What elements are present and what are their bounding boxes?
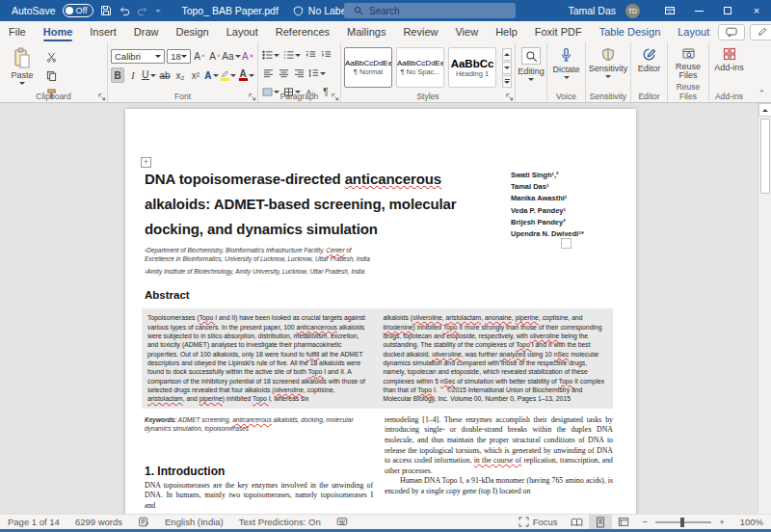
- styles-more-icon[interactable]: [502, 75, 512, 88]
- tab-design[interactable]: Design: [167, 21, 217, 42]
- font-size-select[interactable]: 18: [167, 49, 191, 64]
- tab-view[interactable]: View: [446, 21, 487, 42]
- decrease-indent-button[interactable]: [304, 47, 317, 63]
- shrink-font-button[interactable]: A˅: [208, 48, 222, 64]
- affiliations[interactable]: ¹Department of Biochemistry, Bioinformat…: [145, 247, 374, 276]
- scrollbar-thumb[interactable]: [760, 119, 770, 194]
- read-mode-button[interactable]: [566, 515, 589, 530]
- abstract-heading[interactable]: Abstract: [145, 289, 613, 301]
- autosave-toggle[interactable]: Off: [63, 4, 94, 17]
- style-card-no-spacing[interactable]: AaBbCcDdEe ¶ No Spac...: [396, 47, 444, 88]
- focus-button[interactable]: Focus: [511, 517, 566, 527]
- paragraph-dialog-launcher-icon[interactable]: [331, 93, 339, 101]
- line-spacing-button[interactable]: [307, 66, 327, 81]
- increase-indent-button[interactable]: [319, 47, 332, 63]
- sensitivity-label[interactable]: No Label: [308, 5, 349, 16]
- user-name[interactable]: Tamal Das: [568, 5, 616, 16]
- align-left-button[interactable]: [261, 66, 275, 81]
- author[interactable]: Tamal Das¹: [511, 181, 626, 193]
- font-name-select[interactable]: Calibri: [111, 49, 165, 64]
- editing-mode-button[interactable]: Editing: [750, 24, 771, 40]
- align-right-button[interactable]: [292, 66, 306, 81]
- zoom-slider-thumb[interactable]: [680, 518, 684, 527]
- abstract-block[interactable]: Topoisomerases (Topo I and II) have been…: [142, 308, 613, 408]
- cut-button[interactable]: [44, 49, 58, 65]
- zoom-level[interactable]: 100%: [732, 517, 771, 527]
- style-card-normal[interactable]: AaBbCcDdEe ¶ Normal: [344, 47, 392, 88]
- numbering-button[interactable]: [282, 47, 302, 63]
- tab-layout-contextual[interactable]: Layout: [669, 21, 718, 42]
- affiliation-1[interactable]: ¹Department of Biochemistry, Bioinformat…: [145, 247, 374, 264]
- text-predictions-status[interactable]: Text Predictions: On: [231, 517, 329, 527]
- tab-layout[interactable]: Layout: [218, 21, 267, 42]
- accessibility-icon[interactable]: [329, 517, 356, 527]
- grow-font-button[interactable]: A˄: [193, 48, 206, 64]
- tab-foxit-pdf[interactable]: Foxit PDF: [526, 21, 591, 42]
- underline-button[interactable]: U: [142, 67, 156, 83]
- keywords[interactable]: Keywords: ADMET screening, anticancerous…: [145, 415, 373, 433]
- addins-button[interactable]: Add-ins: [709, 42, 749, 91]
- tab-draw[interactable]: Draw: [125, 21, 168, 42]
- document-title[interactable]: Topo_ BAB Paper.pdf: [181, 5, 278, 16]
- close-button[interactable]: ×: [742, 0, 771, 21]
- italic-button[interactable]: I: [126, 67, 140, 83]
- tab-mailings[interactable]: Mailings: [338, 21, 394, 42]
- proofing-icon[interactable]: [130, 517, 157, 527]
- comments-button[interactable]: [718, 24, 745, 40]
- author-list[interactable]: Swati Singh¹,² Tamal Das¹ Manika Awasthi…: [511, 170, 626, 240]
- content-control-checkbox[interactable]: [561, 238, 572, 249]
- styles-scroll-up-icon[interactable]: [502, 48, 512, 61]
- style-card-heading1[interactable]: AaBbCc Heading 1: [448, 47, 496, 88]
- tab-review[interactable]: Review: [394, 21, 446, 42]
- styles-dialog-launcher-icon[interactable]: [505, 93, 514, 101]
- introduction-paragraph-2[interactable]: remodeling [1–4]. These enzymes accompli…: [385, 415, 613, 477]
- introduction-heading[interactable]: 1. Introduction: [145, 465, 373, 478]
- abstract-column-1[interactable]: Topoisomerases (Topo I and II) have been…: [147, 313, 372, 403]
- copy-button[interactable]: [44, 67, 58, 83]
- author[interactable]: Manika Awasthi¹: [511, 193, 626, 204]
- page-number-status[interactable]: Page 1 of 14: [0, 517, 67, 527]
- user-avatar[interactable]: TD: [625, 4, 640, 18]
- introduction-paragraph-3[interactable]: Human DNA Topo I, a 91-kDa monomer (havi…: [385, 476, 613, 496]
- search-box[interactable]: [344, 3, 516, 18]
- affiliation-2[interactable]: ²Amity Institute of Biotechnology, Amity…: [145, 268, 374, 277]
- editing-button[interactable]: Editing: [516, 42, 546, 91]
- editor-button[interactable]: Editor: [631, 42, 667, 91]
- bold-button[interactable]: B: [111, 67, 124, 83]
- tab-help[interactable]: Help: [487, 21, 526, 42]
- vertical-scrollbar[interactable]: [758, 103, 771, 514]
- undo-icon[interactable]: [119, 5, 130, 16]
- minimize-button[interactable]: [684, 0, 713, 21]
- introduction-paragraph-1[interactable]: DNA topoisomerases are the key enzymes i…: [145, 481, 373, 512]
- bullets-button[interactable]: [261, 47, 280, 63]
- search-input[interactable]: [369, 6, 494, 16]
- maximize-button[interactable]: [713, 0, 742, 21]
- font-dialog-launcher-icon[interactable]: [248, 93, 256, 101]
- clipboard-dialog-launcher-icon[interactable]: [97, 93, 106, 101]
- styles-scroll-down-icon[interactable]: [502, 62, 512, 74]
- text-effects-button[interactable]: A: [204, 67, 219, 83]
- scrollbar-up-icon[interactable]: [758, 103, 771, 117]
- tab-home[interactable]: Home: [35, 21, 82, 42]
- language-status[interactable]: English (India): [157, 517, 231, 527]
- align-center-button[interactable]: [277, 66, 290, 81]
- word-count-status[interactable]: 6299 words: [67, 517, 130, 527]
- quick-access-chevron-icon[interactable]: [155, 10, 161, 13]
- print-layout-button[interactable]: [589, 515, 612, 530]
- tab-references[interactable]: References: [267, 21, 338, 42]
- ribbon-display-options-icon[interactable]: [655, 0, 684, 21]
- document-page[interactable]: + DNA topoisomerase-directed anticancero…: [125, 109, 636, 514]
- tab-table-design[interactable]: Table Design: [591, 21, 670, 42]
- paste-button[interactable]: Paste: [0, 42, 44, 91]
- change-case-button[interactable]: Aa: [224, 48, 239, 64]
- paper-title[interactable]: DNA topoisomerase-directed anticancerous…: [145, 167, 506, 242]
- author[interactable]: Brijesh Pandey²: [511, 217, 626, 228]
- highlight-button[interactable]: [221, 67, 237, 83]
- table-move-handle-icon[interactable]: +: [141, 157, 151, 168]
- font-color-button[interactable]: A: [238, 67, 254, 83]
- subscript-button[interactable]: x₂: [173, 67, 187, 83]
- left-column[interactable]: Keywords: ADMET screening, anticancerous…: [145, 415, 373, 512]
- sensitivity-button[interactable]: Sensitivity: [586, 42, 630, 91]
- zoom-out-button[interactable]: −: [635, 517, 651, 527]
- right-column[interactable]: remodeling [1–4]. These enzymes accompli…: [385, 415, 613, 512]
